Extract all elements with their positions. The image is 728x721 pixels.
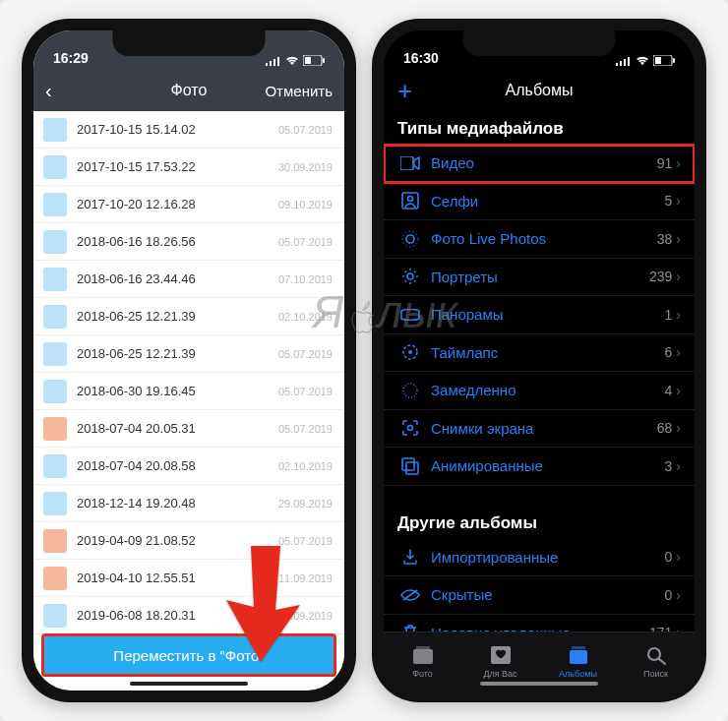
album-row-hidden[interactable]: Скрытые0›	[384, 576, 695, 615]
chevron-right-icon: ›	[676, 420, 681, 436]
svg-rect-6	[323, 58, 325, 63]
list-item[interactable]: 2018-06-25 12.21.3905.07.2019	[33, 335, 344, 373]
file-name: 2017-10-20 12.16.28	[77, 197, 278, 211]
wifi-icon	[285, 56, 299, 66]
signal-icon	[616, 56, 632, 66]
video-thumb-icon	[43, 529, 67, 553]
tab-photos[interactable]: Фото	[384, 632, 461, 691]
home-indicator[interactable]	[480, 682, 598, 686]
video-thumb-icon	[43, 417, 67, 441]
svg-point-18	[402, 231, 418, 247]
add-button[interactable]: +	[397, 78, 412, 103]
svg-rect-28	[416, 646, 430, 650]
row-label: Снимки экрана	[431, 420, 657, 437]
row-count: 6	[665, 344, 673, 360]
photos-icon	[412, 645, 434, 667]
file-name: 2018-06-25 12.21.39	[77, 309, 278, 324]
svg-rect-14	[400, 156, 413, 170]
signal-icon	[266, 56, 281, 66]
chevron-right-icon: ›	[676, 307, 681, 323]
svg-rect-9	[624, 59, 626, 66]
media-types-list: Видео91›Селфи5›Фото Live Photos38›Портре…	[384, 145, 695, 486]
row-count: 0	[665, 587, 673, 603]
pano-icon	[397, 309, 423, 321]
battery-icon	[653, 55, 675, 66]
tab-search[interactable]: Поиск	[617, 632, 695, 691]
status-time: 16:29	[53, 50, 89, 66]
album-row-animated[interactable]: Анимированные3›	[384, 448, 695, 486]
svg-rect-3	[277, 57, 279, 66]
tab-label: Для Вас	[483, 669, 516, 679]
battery-icon	[303, 55, 325, 66]
row-label: Скрытые	[431, 586, 665, 603]
svg-point-16	[408, 197, 413, 202]
album-row-slomo[interactable]: Замедленно4›	[384, 372, 695, 410]
phone-frame-left: 16:29 ‹ Фото Отменить 2017-10-15 15.14.0…	[22, 19, 356, 702]
chevron-right-icon: ›	[676, 269, 681, 284]
home-indicator[interactable]	[130, 682, 248, 686]
albums-icon	[568, 645, 589, 667]
file-name: 2019-04-09 21.08.52	[77, 533, 278, 548]
svg-rect-24	[406, 462, 418, 474]
file-date: 05.07.2019	[278, 124, 333, 136]
move-to-photos-button[interactable]: Переместить в "Фото"	[41, 633, 336, 677]
nav-title: Альбомы	[384, 82, 695, 99]
chevron-right-icon: ›	[676, 193, 681, 209]
list-item[interactable]: 2018-07-04 20.05.3105.07.2019	[33, 410, 344, 448]
file-list[interactable]: 2017-10-15 15.14.0205.07.20192017-10-15 …	[33, 111, 344, 672]
search-icon	[645, 645, 667, 667]
list-item[interactable]: 2018-06-30 19.16.4505.07.2019	[33, 373, 344, 410]
animated-icon	[397, 457, 423, 475]
list-item[interactable]: 2017-10-15 17.53.2230.09.2019	[33, 149, 344, 186]
list-item[interactable]: 2018-06-25 12.21.3902.10.2019	[33, 298, 344, 335]
list-item[interactable]: 2018-06-16 23.44.4607.10.2019	[33, 261, 344, 298]
file-name: 2019-04-10 12.55.51	[77, 571, 278, 585]
album-row-timelapse[interactable]: Таймлапс6›	[384, 334, 695, 373]
phone-frame-right: 16:30 + Альбомы Типы медиафайлов Видео91…	[372, 19, 706, 702]
file-date: 07.10.2019	[278, 273, 333, 285]
chevron-right-icon: ›	[676, 458, 681, 474]
row-count: 1	[665, 307, 673, 323]
file-name: 2018-06-25 12.21.39	[77, 346, 278, 361]
back-button[interactable]: ‹	[45, 81, 52, 100]
list-item[interactable]: 2018-12-14 19.20.4829.09.2019	[33, 485, 344, 522]
row-label: Видео	[431, 154, 657, 171]
row-count: 38	[657, 231, 673, 247]
file-date: 08.09.2019	[278, 610, 333, 622]
file-name: 2018-06-16 18.26.56	[77, 234, 278, 249]
album-row-video[interactable]: Видео91›	[384, 145, 695, 183]
album-row-import[interactable]: Импортированные0›	[384, 539, 695, 577]
notch	[113, 30, 266, 56]
file-date: 05.07.2019	[278, 236, 333, 248]
list-item[interactable]: 2017-10-20 12.16.2809.10.2019	[33, 186, 344, 223]
album-row-livephoto[interactable]: Фото Live Photos38›	[384, 220, 695, 259]
file-date: 02.10.2019	[278, 460, 333, 472]
nav-bar: ‹ Фото Отменить	[33, 70, 344, 111]
album-row-pano[interactable]: Панорамы1›	[384, 296, 695, 334]
list-item[interactable]: 2017-10-15 15.14.0205.07.2019	[33, 111, 344, 149]
chevron-right-icon: ›	[676, 383, 681, 398]
file-date: 09.10.2019	[278, 199, 333, 210]
cancel-button[interactable]: Отменить	[265, 83, 333, 99]
file-date: 30.09.2019	[278, 161, 333, 173]
album-row-portrait[interactable]: Портреты239›	[384, 259, 695, 297]
list-item[interactable]: 2019-06-08 18.20.3108.09.2019	[33, 597, 344, 634]
album-row-screenshot[interactable]: Снимки экрана68›	[384, 410, 695, 449]
row-label: Портреты	[431, 269, 649, 285]
tab-label: Фото	[412, 669, 433, 679]
album-row-selfie[interactable]: Селфи5›	[384, 183, 695, 221]
foryou-icon	[490, 645, 512, 667]
section-other-albums: Другие альбомы	[384, 506, 695, 539]
svg-point-17	[406, 235, 414, 243]
timelapse-icon	[397, 343, 423, 361]
svg-rect-31	[570, 650, 587, 664]
list-item[interactable]: 2019-04-09 21.08.5205.07.2019	[33, 522, 344, 560]
list-item[interactable]: 2019-04-10 12.55.5111.09.2019	[33, 560, 344, 597]
list-item[interactable]: 2018-06-16 18.26.5605.07.2019	[33, 223, 344, 261]
photo-thumb-icon	[43, 118, 67, 142]
wifi-icon	[636, 56, 649, 66]
list-item[interactable]: 2018-07-04 20.08.5802.10.2019	[33, 448, 344, 485]
svg-point-21	[408, 350, 412, 354]
file-date: 11.09.2019	[278, 572, 333, 584]
svg-rect-12	[655, 57, 661, 64]
